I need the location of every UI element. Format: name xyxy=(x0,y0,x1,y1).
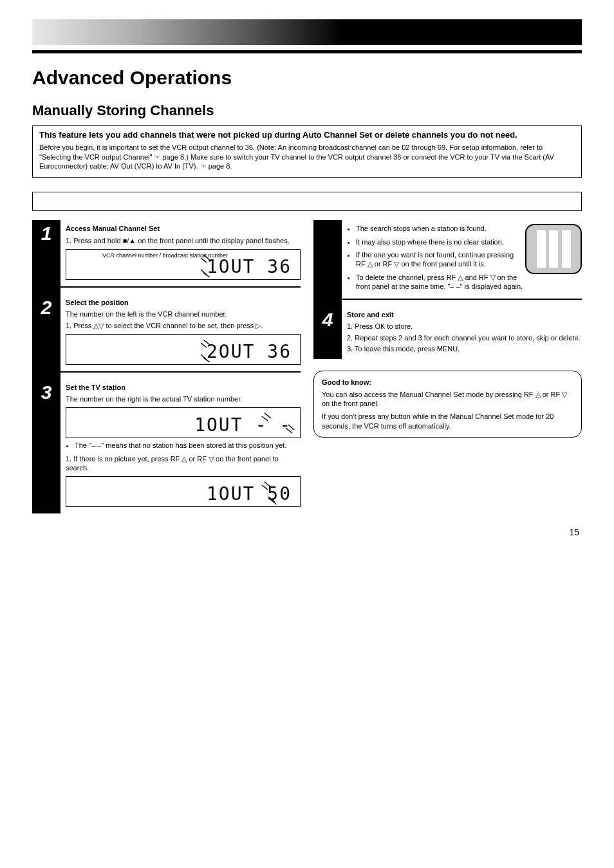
step-2: 2 Select the position The number on the … xyxy=(32,294,301,371)
step-1-text: 1. Press and hold ■/▲ on the front panel… xyxy=(66,236,301,245)
tv-stripe xyxy=(549,230,558,268)
step-3: 3 Set the TV station The number on the r… xyxy=(32,379,301,513)
step-number-badge-empty xyxy=(313,220,342,299)
step-2-heading: Select the position xyxy=(66,298,301,307)
step-2-text-1: The number on the left is the VCR channe… xyxy=(66,309,301,319)
lcd-display-1: VCR channel number / broadcast station n… xyxy=(66,249,301,280)
header-gradient xyxy=(32,19,344,45)
step-number-badge: 3 xyxy=(32,379,60,513)
step-2-text-2: 1. Press △▽ to select the VCR channel to… xyxy=(66,321,301,330)
step-3-heading: Set the TV station xyxy=(66,383,301,392)
step-1: 1 Access Manual Channel Set 1. Press and… xyxy=(32,220,301,286)
step-5-heading: Store and exit xyxy=(347,310,582,319)
header-banner xyxy=(32,19,582,45)
step-1-heading: Access Manual Channel Set xyxy=(66,224,301,233)
lcd-readout-2: 2OUT 36 xyxy=(166,337,295,362)
good-to-know-line-1: You can also access the Manual Channel S… xyxy=(322,390,573,409)
step-3-bullets: The "– –" means that no station has been… xyxy=(66,441,301,450)
step-5-text-3: 3. To leave this mode, press MENU. xyxy=(347,344,582,353)
step-3-text-2: 1. If there is no picture yet, press RF … xyxy=(66,454,301,473)
step-4-continuation: The search stops when a station is found… xyxy=(313,220,582,299)
tv-stripe xyxy=(537,230,546,268)
tv-illustration xyxy=(525,224,582,274)
step-5-text-1: 1. Press OK to store. xyxy=(347,322,582,331)
lcd-display-3: 1OUT - - xyxy=(66,407,301,438)
svg-text:2OUT 36: 2OUT 36 xyxy=(207,341,292,362)
section-heading: Manually Storing Channels xyxy=(32,102,582,120)
page-title: Advanced Operations xyxy=(32,65,582,90)
header-black-block xyxy=(344,19,582,45)
step-5: 4 Store and exit 1. Press OK to store. 2… xyxy=(313,306,582,359)
page-number: 15 xyxy=(32,526,582,538)
step-3-bullet: The "– –" means that no station has been… xyxy=(75,441,301,450)
note-box xyxy=(32,192,582,211)
step-number-badge: 1 xyxy=(32,220,60,286)
lcd-readout-3: 1OUT - - xyxy=(166,410,295,436)
svg-text:1OUT - -: 1OUT - - xyxy=(194,414,292,436)
lcd-display-4: 1OUT 50 xyxy=(66,476,301,507)
svg-text:1OUT 50: 1OUT 50 xyxy=(207,483,292,504)
step-number-badge: 4 xyxy=(313,306,342,359)
step-number-badge: 2 xyxy=(32,294,60,371)
step-4-bullet-4: To delete the channel, press RF △ and RF… xyxy=(356,273,582,291)
good-to-know-box: Good to know: You can also access the Ma… xyxy=(313,371,582,437)
lcd-display-2: 2OUT 36 xyxy=(66,334,301,365)
header-rule xyxy=(32,50,582,53)
lcd-readout-4: 1OUT 50 xyxy=(166,479,295,504)
svg-line-7 xyxy=(201,343,207,347)
info-box-heading: This feature lets you add channels that … xyxy=(39,130,575,141)
good-to-know-heading: Good to know: xyxy=(322,378,573,387)
step-3-text-1: The number on the right is the actual TV… xyxy=(66,394,301,403)
step-5-text-2: 2. Repeat steps 2 and 3 for each channel… xyxy=(347,333,582,342)
feature-info-box: This feature lets you add channels that … xyxy=(32,125,582,178)
tv-stripe xyxy=(562,230,571,268)
info-box-paragraph: Before you begin, it is important to set… xyxy=(39,143,575,171)
lcd-channel-label: VCR channel number / broadcast station n… xyxy=(102,252,228,260)
good-to-know-line-2: If you don't press any button while in t… xyxy=(322,412,573,430)
